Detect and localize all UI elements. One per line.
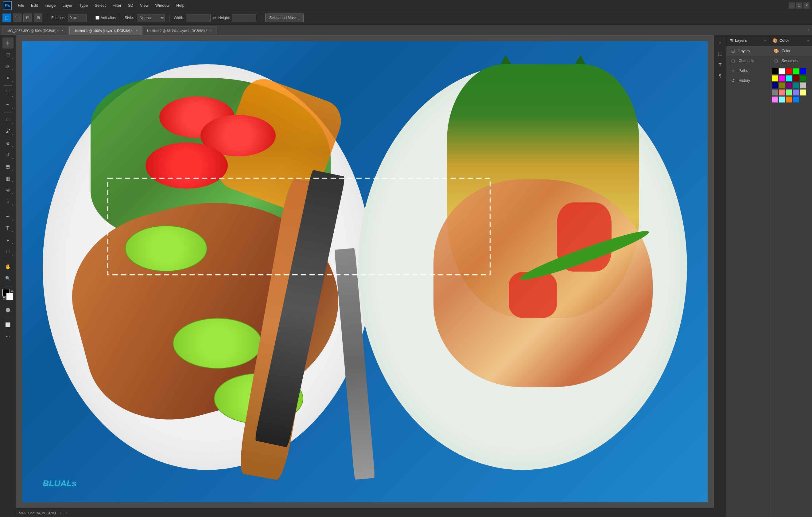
paths-item[interactable]: ⌖ Paths [726, 66, 769, 76]
panel-strip-type[interactable]: T [715, 60, 725, 70]
tabs-collapse-arrow[interactable]: ‹ [806, 27, 811, 32]
color-collapse-icon[interactable]: » [807, 39, 809, 42]
quick-select-tool[interactable]: ✦ ▾ [2, 73, 13, 84]
swap-dimensions-icon[interactable]: ⇌ [212, 15, 216, 21]
swatch-7[interactable] [786, 75, 792, 81]
swap-colors-icon[interactable]: ⇌ [11, 289, 13, 293]
reset-colors-icon[interactable]: ⬒ [2, 296, 5, 300]
marquee-tool[interactable]: ⬚ ▾ [2, 49, 13, 60]
path-select-tool[interactable]: ▸ ▾ [2, 235, 13, 245]
menu-select[interactable]: Select [91, 2, 109, 9]
swatch-13[interactable] [793, 82, 799, 88]
move-tool[interactable]: ✛ [2, 37, 13, 49]
status-next-btn[interactable]: › [64, 511, 69, 515]
panel-strip-panel[interactable]: ⬚ [715, 49, 725, 58]
swatch-14[interactable] [800, 82, 806, 88]
eyedropper-tool[interactable]: ✒ ▾ [2, 99, 13, 110]
minimize-button[interactable]: — [789, 2, 795, 8]
swatch-19[interactable] [800, 89, 806, 96]
panel-strip-search[interactable]: ⌕ [715, 37, 725, 47]
anti-alias-checkbox[interactable] [95, 16, 99, 20]
lasso-tool[interactable]: ⌾ ▾ [2, 61, 13, 72]
tab-0-close[interactable]: ✕ [60, 29, 65, 33]
tab-1-close[interactable]: ✕ [134, 29, 139, 33]
swatch-3[interactable] [793, 68, 799, 74]
color-item[interactable]: 🎨 Color [769, 46, 812, 56]
close-button[interactable]: ✕ [804, 2, 810, 8]
background-color[interactable] [6, 293, 13, 300]
menu-window[interactable]: Window [152, 2, 173, 9]
layers-item[interactable]: ⊞ Layers [726, 46, 769, 56]
swatch-15[interactable] [772, 89, 778, 96]
swatch-21[interactable] [779, 97, 785, 103]
pen-tool[interactable]: ✒ ▾ [2, 211, 13, 222]
width-input[interactable] [186, 14, 211, 22]
swatch-23[interactable] [793, 97, 799, 103]
brush-tool[interactable]: 🖌 ▾ [2, 126, 13, 137]
panel-strip-paragraph[interactable]: ¶ [715, 71, 725, 80]
swatch-6[interactable] [779, 75, 785, 81]
swatch-18[interactable] [793, 89, 799, 96]
healing-tool[interactable]: ⊕ ▾ [2, 114, 13, 125]
history-item[interactable]: ↺ History [726, 76, 769, 85]
style-select[interactable]: Normal Fixed Ratio Fixed Size [137, 14, 165, 22]
swatch-10[interactable] [772, 82, 778, 88]
menu-edit[interactable]: Edit [28, 2, 41, 9]
swatch-0[interactable] [772, 68, 778, 74]
intersect-selection-btn[interactable]: ⊠ [34, 13, 42, 22]
menu-view[interactable]: View [137, 2, 152, 9]
zoom-tool[interactable]: 🔍 [2, 273, 13, 284]
layers-collapse-icon[interactable]: » [764, 39, 766, 42]
swatch-2[interactable] [786, 68, 792, 74]
swatch-1[interactable] [779, 68, 785, 74]
swatch-8[interactable] [793, 75, 799, 81]
swatch-22[interactable] [786, 97, 792, 103]
eraser-tool[interactable]: ⬒ ▾ [2, 161, 13, 172]
canvas-container[interactable]: BLUALs [16, 35, 714, 509]
height-input[interactable] [232, 14, 256, 22]
stamp-tool[interactable]: ⊗ ▾ [2, 138, 13, 149]
swatch-11[interactable] [779, 82, 785, 88]
dodge-tool[interactable]: ○ ▾ [2, 196, 13, 207]
tab-1[interactable]: Untitled-1 @ 100% (Layer 1, RGB/8#) * ✕ [69, 26, 142, 35]
subtract-selection-btn[interactable]: ⊟ [23, 13, 32, 22]
swatch-16[interactable] [779, 89, 785, 96]
menu-3d[interactable]: 3D [125, 2, 136, 9]
color-panel-header[interactable]: 🎨 Color » [769, 35, 812, 46]
select-mask-button[interactable]: Select and Mask... [265, 13, 303, 22]
menu-filter[interactable]: Filter [109, 2, 124, 9]
foreground-background-colors[interactable]: ⇌ ⬒ [2, 289, 13, 300]
feather-input[interactable] [68, 14, 87, 22]
swatch-5[interactable] [772, 75, 778, 81]
menu-file[interactable]: File [15, 2, 27, 9]
swatches-item[interactable]: ⊟ Swatches [769, 56, 812, 66]
layers-panel-header[interactable]: ⊞ Layers » [726, 35, 769, 46]
swatch-12[interactable] [786, 82, 792, 88]
maximize-button[interactable]: □ [796, 2, 802, 8]
channels-item[interactable]: ⊡ Channels [726, 56, 769, 66]
swatch-17[interactable] [786, 89, 792, 96]
screen-mode-tool[interactable]: ⬜ [2, 319, 13, 330]
hand-tool[interactable]: ✋ [2, 261, 13, 272]
more-tools[interactable]: ··· [2, 331, 13, 342]
status-prev-btn[interactable]: ‹ [58, 511, 63, 515]
swatch-4[interactable] [800, 68, 806, 74]
history-brush-tool[interactable]: ↺ ▾ [2, 149, 13, 160]
menu-image[interactable]: Image [41, 2, 59, 9]
new-selection-btn[interactable]: ⬚ [2, 13, 11, 22]
swatch-9[interactable] [800, 75, 806, 81]
blur-tool[interactable]: ◎ ▾ [2, 184, 13, 195]
swatch-20[interactable] [772, 97, 778, 103]
tab-0[interactable]: IMG_2937.JPG @ 50% (RGB/8*) * ✕ [2, 26, 69, 35]
type-tool[interactable]: T ▾ [2, 223, 13, 234]
menu-help[interactable]: Help [173, 2, 187, 9]
quick-mask-tool[interactable]: ⬤ [2, 304, 13, 315]
menu-type[interactable]: Type [76, 2, 91, 9]
tab-2-close[interactable]: ✕ [209, 29, 213, 33]
tab-2[interactable]: Untitled-2 @ 66,7% (Layer 1, RGB/8#) * ✕ [143, 26, 217, 35]
gradient-tool[interactable]: ▦ ▾ [2, 173, 13, 184]
shape-tool[interactable]: □ ▾ [2, 246, 13, 257]
menu-layer[interactable]: Layer [60, 2, 76, 9]
crop-tool[interactable]: ⛶ ▾ [2, 87, 13, 99]
add-selection-btn[interactable]: ⬛ [13, 13, 22, 22]
